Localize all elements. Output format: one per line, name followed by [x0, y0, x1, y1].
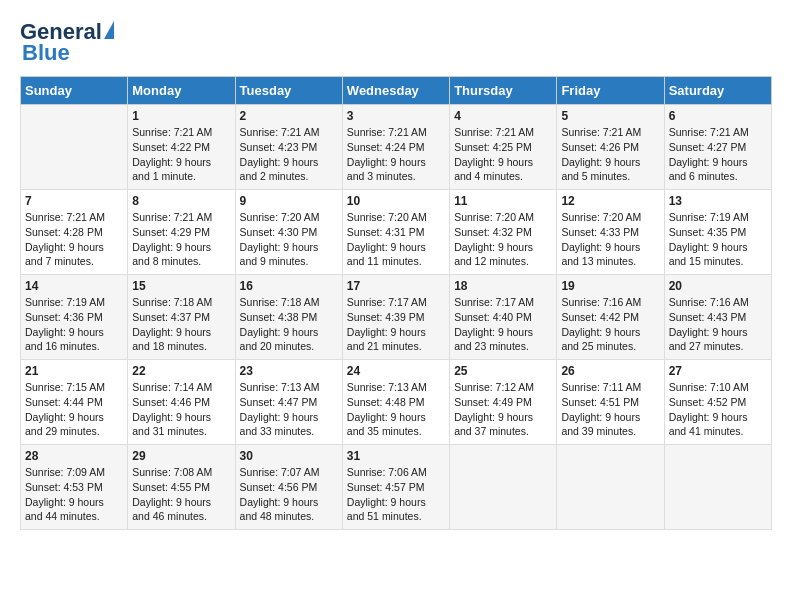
- week-row-4: 21Sunrise: 7:15 AM Sunset: 4:44 PM Dayli…: [21, 360, 772, 445]
- calendar-cell: 2Sunrise: 7:21 AM Sunset: 4:23 PM Daylig…: [235, 105, 342, 190]
- calendar-cell: 29Sunrise: 7:08 AM Sunset: 4:55 PM Dayli…: [128, 445, 235, 530]
- logo: General Blue: [20, 20, 114, 66]
- day-number: 10: [347, 194, 445, 208]
- calendar-cell: 19Sunrise: 7:16 AM Sunset: 4:42 PM Dayli…: [557, 275, 664, 360]
- cell-content: Sunrise: 7:20 AM Sunset: 4:30 PM Dayligh…: [240, 210, 338, 269]
- day-number: 24: [347, 364, 445, 378]
- day-number: 14: [25, 279, 123, 293]
- header-sunday: Sunday: [21, 77, 128, 105]
- cell-content: Sunrise: 7:16 AM Sunset: 4:42 PM Dayligh…: [561, 295, 659, 354]
- day-number: 4: [454, 109, 552, 123]
- day-number: 17: [347, 279, 445, 293]
- cell-content: Sunrise: 7:21 AM Sunset: 4:27 PM Dayligh…: [669, 125, 767, 184]
- cell-content: Sunrise: 7:12 AM Sunset: 4:49 PM Dayligh…: [454, 380, 552, 439]
- day-number: 13: [669, 194, 767, 208]
- cell-content: Sunrise: 7:09 AM Sunset: 4:53 PM Dayligh…: [25, 465, 123, 524]
- cell-content: Sunrise: 7:18 AM Sunset: 4:37 PM Dayligh…: [132, 295, 230, 354]
- calendar-cell: 4Sunrise: 7:21 AM Sunset: 4:25 PM Daylig…: [450, 105, 557, 190]
- calendar-header-row: SundayMondayTuesdayWednesdayThursdayFrid…: [21, 77, 772, 105]
- calendar-cell: 31Sunrise: 7:06 AM Sunset: 4:57 PM Dayli…: [342, 445, 449, 530]
- day-number: 21: [25, 364, 123, 378]
- cell-content: Sunrise: 7:08 AM Sunset: 4:55 PM Dayligh…: [132, 465, 230, 524]
- cell-content: Sunrise: 7:20 AM Sunset: 4:33 PM Dayligh…: [561, 210, 659, 269]
- calendar-cell: [664, 445, 771, 530]
- header-friday: Friday: [557, 77, 664, 105]
- calendar-cell: 5Sunrise: 7:21 AM Sunset: 4:26 PM Daylig…: [557, 105, 664, 190]
- page-header: General Blue: [20, 20, 772, 66]
- calendar-cell: 7Sunrise: 7:21 AM Sunset: 4:28 PM Daylig…: [21, 190, 128, 275]
- calendar-cell: 18Sunrise: 7:17 AM Sunset: 4:40 PM Dayli…: [450, 275, 557, 360]
- day-number: 26: [561, 364, 659, 378]
- calendar-cell: 13Sunrise: 7:19 AM Sunset: 4:35 PM Dayli…: [664, 190, 771, 275]
- calendar-cell: 21Sunrise: 7:15 AM Sunset: 4:44 PM Dayli…: [21, 360, 128, 445]
- cell-content: Sunrise: 7:17 AM Sunset: 4:40 PM Dayligh…: [454, 295, 552, 354]
- calendar-cell: 23Sunrise: 7:13 AM Sunset: 4:47 PM Dayli…: [235, 360, 342, 445]
- calendar-cell: 15Sunrise: 7:18 AM Sunset: 4:37 PM Dayli…: [128, 275, 235, 360]
- calendar-cell: 28Sunrise: 7:09 AM Sunset: 4:53 PM Dayli…: [21, 445, 128, 530]
- day-number: 8: [132, 194, 230, 208]
- calendar-cell: 26Sunrise: 7:11 AM Sunset: 4:51 PM Dayli…: [557, 360, 664, 445]
- cell-content: Sunrise: 7:13 AM Sunset: 4:48 PM Dayligh…: [347, 380, 445, 439]
- calendar-cell: 10Sunrise: 7:20 AM Sunset: 4:31 PM Dayli…: [342, 190, 449, 275]
- header-tuesday: Tuesday: [235, 77, 342, 105]
- cell-content: Sunrise: 7:20 AM Sunset: 4:31 PM Dayligh…: [347, 210, 445, 269]
- day-number: 29: [132, 449, 230, 463]
- cell-content: Sunrise: 7:16 AM Sunset: 4:43 PM Dayligh…: [669, 295, 767, 354]
- cell-content: Sunrise: 7:19 AM Sunset: 4:36 PM Dayligh…: [25, 295, 123, 354]
- calendar-cell: 17Sunrise: 7:17 AM Sunset: 4:39 PM Dayli…: [342, 275, 449, 360]
- calendar-cell: 6Sunrise: 7:21 AM Sunset: 4:27 PM Daylig…: [664, 105, 771, 190]
- day-number: 18: [454, 279, 552, 293]
- header-saturday: Saturday: [664, 77, 771, 105]
- day-number: 1: [132, 109, 230, 123]
- header-monday: Monday: [128, 77, 235, 105]
- calendar-cell: [557, 445, 664, 530]
- day-number: 5: [561, 109, 659, 123]
- calendar-cell: 11Sunrise: 7:20 AM Sunset: 4:32 PM Dayli…: [450, 190, 557, 275]
- day-number: 7: [25, 194, 123, 208]
- cell-content: Sunrise: 7:15 AM Sunset: 4:44 PM Dayligh…: [25, 380, 123, 439]
- day-number: 28: [25, 449, 123, 463]
- cell-content: Sunrise: 7:11 AM Sunset: 4:51 PM Dayligh…: [561, 380, 659, 439]
- calendar-cell: 25Sunrise: 7:12 AM Sunset: 4:49 PM Dayli…: [450, 360, 557, 445]
- cell-content: Sunrise: 7:14 AM Sunset: 4:46 PM Dayligh…: [132, 380, 230, 439]
- day-number: 12: [561, 194, 659, 208]
- day-number: 23: [240, 364, 338, 378]
- day-number: 19: [561, 279, 659, 293]
- calendar-cell: 1Sunrise: 7:21 AM Sunset: 4:22 PM Daylig…: [128, 105, 235, 190]
- cell-content: Sunrise: 7:13 AM Sunset: 4:47 PM Dayligh…: [240, 380, 338, 439]
- cell-content: Sunrise: 7:10 AM Sunset: 4:52 PM Dayligh…: [669, 380, 767, 439]
- calendar-cell: 14Sunrise: 7:19 AM Sunset: 4:36 PM Dayli…: [21, 275, 128, 360]
- cell-content: Sunrise: 7:19 AM Sunset: 4:35 PM Dayligh…: [669, 210, 767, 269]
- day-number: 6: [669, 109, 767, 123]
- cell-content: Sunrise: 7:21 AM Sunset: 4:28 PM Dayligh…: [25, 210, 123, 269]
- week-row-3: 14Sunrise: 7:19 AM Sunset: 4:36 PM Dayli…: [21, 275, 772, 360]
- cell-content: Sunrise: 7:21 AM Sunset: 4:23 PM Dayligh…: [240, 125, 338, 184]
- header-thursday: Thursday: [450, 77, 557, 105]
- day-number: 16: [240, 279, 338, 293]
- cell-content: Sunrise: 7:21 AM Sunset: 4:29 PM Dayligh…: [132, 210, 230, 269]
- day-number: 15: [132, 279, 230, 293]
- week-row-5: 28Sunrise: 7:09 AM Sunset: 4:53 PM Dayli…: [21, 445, 772, 530]
- day-number: 22: [132, 364, 230, 378]
- day-number: 25: [454, 364, 552, 378]
- day-number: 20: [669, 279, 767, 293]
- calendar-cell: 24Sunrise: 7:13 AM Sunset: 4:48 PM Dayli…: [342, 360, 449, 445]
- cell-content: Sunrise: 7:18 AM Sunset: 4:38 PM Dayligh…: [240, 295, 338, 354]
- day-number: 3: [347, 109, 445, 123]
- day-number: 11: [454, 194, 552, 208]
- calendar-table: SundayMondayTuesdayWednesdayThursdayFrid…: [20, 76, 772, 530]
- calendar-cell: 9Sunrise: 7:20 AM Sunset: 4:30 PM Daylig…: [235, 190, 342, 275]
- header-wednesday: Wednesday: [342, 77, 449, 105]
- day-number: 30: [240, 449, 338, 463]
- cell-content: Sunrise: 7:21 AM Sunset: 4:25 PM Dayligh…: [454, 125, 552, 184]
- calendar-cell: [21, 105, 128, 190]
- logo-blue: Blue: [20, 40, 70, 66]
- day-number: 2: [240, 109, 338, 123]
- calendar-cell: 3Sunrise: 7:21 AM Sunset: 4:24 PM Daylig…: [342, 105, 449, 190]
- cell-content: Sunrise: 7:20 AM Sunset: 4:32 PM Dayligh…: [454, 210, 552, 269]
- cell-content: Sunrise: 7:21 AM Sunset: 4:26 PM Dayligh…: [561, 125, 659, 184]
- day-number: 27: [669, 364, 767, 378]
- calendar-cell: [450, 445, 557, 530]
- calendar-cell: 12Sunrise: 7:20 AM Sunset: 4:33 PM Dayli…: [557, 190, 664, 275]
- calendar-cell: 16Sunrise: 7:18 AM Sunset: 4:38 PM Dayli…: [235, 275, 342, 360]
